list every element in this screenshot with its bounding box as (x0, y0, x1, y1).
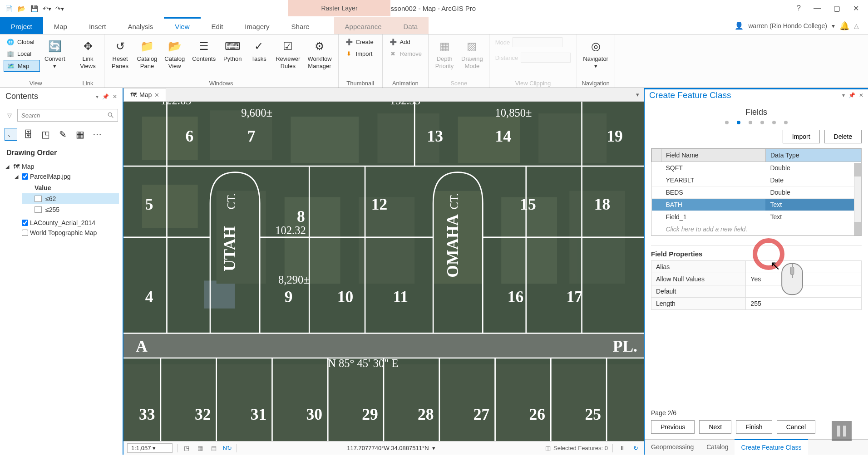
step-dot[interactable] (772, 121, 776, 124)
selected-features-display[interactable]: ◫ Selected Features: 0 (545, 445, 608, 451)
sb-snapping-icon[interactable]: ▦ (196, 444, 205, 453)
reviewer-rules-button[interactable]: ☑Reviewer Rules (273, 36, 303, 71)
field-row-selected[interactable]: BATHText (652, 199, 861, 211)
tab-catalog[interactable]: Catalog (700, 440, 735, 455)
fp-row[interactable]: Default (651, 285, 862, 298)
list-editing-icon[interactable]: ✎ (56, 128, 69, 141)
ribbon-collapse-icon[interactable]: △ (854, 22, 859, 29)
field-row[interactable]: SQFTDouble (652, 162, 861, 174)
open-project-icon[interactable]: 📂 (16, 4, 26, 14)
sb-pause-icon[interactable]: ⏸ (617, 444, 626, 453)
tab-create-feature-class[interactable]: Create Feature Class (735, 439, 808, 455)
layer-visibility-checkbox[interactable] (22, 173, 28, 180)
list-selection-icon[interactable]: ◳ (39, 128, 52, 141)
tab-map[interactable]: Map (43, 17, 78, 34)
contents-button[interactable]: ☰Contents (189, 36, 218, 64)
field-row[interactable]: Field_1Text (652, 211, 861, 223)
tab-appearance[interactable]: Appearance (334, 17, 393, 34)
value-item[interactable]: ≤255 (22, 204, 119, 215)
maximize-icon[interactable]: ▢ (833, 4, 840, 13)
finish-button[interactable]: Finish (736, 420, 772, 434)
tree-map-node[interactable]: ◢ 🗺 Map (4, 162, 119, 172)
undo-icon[interactable]: ↶▾ (42, 4, 52, 14)
step-dot[interactable] (784, 121, 788, 124)
list-drawing-order-icon[interactable]: ﹅ (5, 128, 17, 141)
close-icon[interactable]: ✕ (853, 4, 859, 13)
thumbnail-create-button[interactable]: ➕Create (342, 36, 379, 47)
view-global-button[interactable]: 🌐Global (4, 36, 40, 47)
reset-panes-button[interactable]: ↺Reset Panes (108, 36, 133, 71)
panel-close-icon[interactable]: ✕ (113, 93, 117, 100)
sb-refresh-icon[interactable]: ↻ (631, 444, 640, 453)
scale-combo[interactable]: 1:1,057 ▾ (127, 443, 173, 453)
list-snapping-icon[interactable]: ▦ (74, 128, 86, 141)
catalog-view-button[interactable]: 📂Catalog View (162, 36, 187, 71)
navigator-button[interactable]: ◎Navigator▾ (580, 36, 611, 71)
layer-visibility-checkbox[interactable] (22, 230, 28, 236)
link-views-button[interactable]: ✥ Link Views (76, 36, 100, 71)
tree-lacounty-node[interactable]: LACounty_Aerial_2014 (13, 218, 119, 228)
tab-imagery[interactable]: Imagery (234, 17, 280, 34)
step-dot[interactable] (737, 121, 740, 124)
save-icon[interactable]: 💾 (29, 4, 39, 14)
minimize-icon[interactable]: — (814, 4, 821, 13)
tab-share[interactable]: Share (281, 17, 321, 34)
workflow-manager-button[interactable]: ⚙Workflow Manager (305, 36, 334, 71)
new-project-icon[interactable]: 📄 (4, 4, 14, 14)
sb-navlock-icon[interactable]: N↻ (223, 444, 232, 453)
fp-row[interactable]: Length255 (651, 298, 862, 310)
coordinates-display[interactable]: 117.7077740°W 34.0887511°N ▾ (242, 445, 541, 451)
tab-data[interactable]: Data (392, 17, 429, 34)
panel-options-icon[interactable]: ▾ (842, 92, 845, 98)
tab-insert[interactable]: Insert (78, 17, 117, 34)
view-local-button[interactable]: 🏢Local (4, 48, 40, 59)
view-map-button[interactable]: 🗺️Map (4, 60, 40, 72)
col-data-type[interactable]: Data Type (765, 149, 861, 162)
python-button[interactable]: ⌨Python (220, 36, 245, 64)
add-field-row[interactable]: Click here to add a new field. (652, 223, 861, 235)
redo-icon[interactable]: ↷▾ (54, 4, 64, 14)
table-scrollbar[interactable] (854, 163, 861, 235)
thumbnail-import-button[interactable]: ⬇Import (342, 48, 379, 59)
map-tab[interactable]: 🗺 Map ✕ (123, 88, 166, 101)
tab-geoprocessing[interactable]: Geoprocessing (645, 440, 700, 455)
value-item[interactable]: ≤62 (22, 193, 119, 204)
panel-pin-icon[interactable]: 📌 (102, 93, 109, 100)
catalog-pane-button[interactable]: 📁Catalog Pane (134, 36, 160, 71)
collapse-icon[interactable]: ◢ (15, 174, 20, 180)
animation-add-button[interactable]: ➕Add (386, 36, 424, 47)
step-dot[interactable] (725, 121, 729, 124)
user-name[interactable]: warren (Rio Hondo College) (748, 22, 827, 29)
step-dot[interactable] (760, 121, 764, 124)
field-row[interactable]: BEDSDouble (652, 186, 861, 199)
tab-edit[interactable]: Edit (201, 17, 234, 34)
tree-topo-node[interactable]: World Topographic Map (13, 228, 119, 238)
tab-project[interactable]: Project (0, 17, 43, 34)
tab-view[interactable]: View (164, 17, 200, 34)
panel-pin-icon[interactable]: 📌 (848, 92, 855, 98)
fp-row[interactable]: Allow Null ValuesYes (651, 273, 862, 285)
video-pause-overlay[interactable] (832, 421, 852, 441)
convert-button[interactable]: 🔄 Convert▾ (42, 36, 68, 71)
help-icon[interactable]: ? (797, 4, 801, 13)
sb-grid-icon[interactable]: ▤ (209, 444, 218, 453)
cancel-button[interactable]: Cancel (777, 420, 816, 434)
collapse-icon[interactable]: ◢ (5, 164, 11, 170)
contents-search-input[interactable] (17, 109, 118, 122)
user-dropdown-icon[interactable]: ▾ (832, 22, 835, 29)
col-field-name[interactable]: Field Name (661, 149, 766, 162)
tab-menu-icon[interactable]: ▾ (631, 88, 644, 101)
map-canvas[interactable]: UTAH CT. OMAHA CT. A PL. N 85° 45' 30" E… (123, 102, 644, 441)
panel-options-icon[interactable]: ▾ (96, 93, 99, 100)
fp-row[interactable]: Alias (651, 261, 862, 273)
layer-visibility-checkbox[interactable] (22, 220, 28, 226)
filter-icon[interactable]: ▽ (5, 110, 15, 120)
next-button[interactable]: Next (699, 420, 731, 434)
panel-close-icon[interactable]: ✕ (859, 92, 863, 98)
sb-selection-icon[interactable]: ◳ (182, 444, 191, 453)
notifications-icon[interactable]: 🔔 (839, 21, 849, 31)
tree-parcelmap-node[interactable]: ◢ ParcelMap.jpg (13, 172, 119, 181)
previous-button[interactable]: Previous (651, 420, 695, 434)
import-button[interactable]: Import (783, 130, 820, 143)
tab-analysis[interactable]: Analysis (117, 17, 164, 34)
